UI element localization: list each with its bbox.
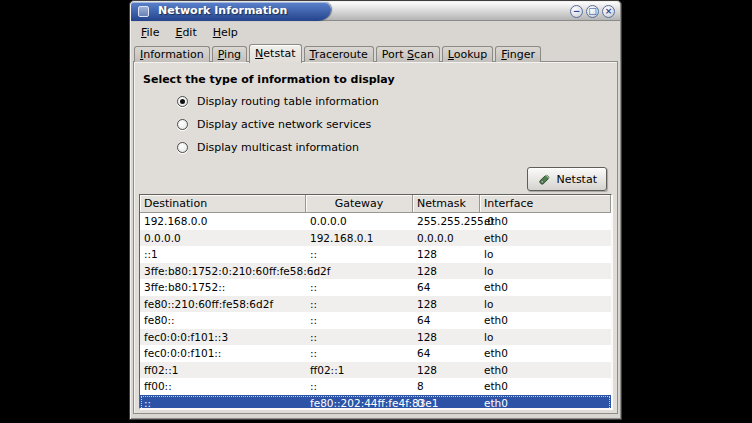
table-row[interactable]: 0.0.0.0192.168.0.10.0.0.0eth0 [140, 230, 611, 247]
radio-option-2[interactable]: Display multicast information [177, 141, 617, 154]
table-cell: 64 [413, 345, 480, 362]
table-cell: 3ffe:b80:1752:: [140, 279, 306, 296]
table-cell: 0.0.0.0 [306, 213, 413, 230]
radio-option-0[interactable]: Display routing table information [177, 95, 617, 108]
table-cell: fe80:: [140, 312, 306, 329]
table-cell: 64 [413, 312, 480, 329]
tab-label-part: nformation [143, 48, 203, 61]
tab-label-part: raceroute [315, 48, 368, 61]
table-row[interactable]: 3ffe:b80:1752:0:210:60ff:fe58:6d2f::128l… [140, 263, 611, 280]
radio-unselected-icon[interactable] [177, 119, 188, 130]
table-row[interactable]: 3ffe:b80:1752::::64eth0 [140, 279, 611, 296]
menu-file-post: ile [147, 26, 160, 39]
table-cell: fec0:0:0:f101:: [140, 345, 306, 362]
table-row[interactable]: ::1::128lo [140, 246, 611, 263]
tab-label-part: inger [507, 48, 535, 61]
menu-help[interactable]: Help [205, 23, 246, 42]
table-cell: :: [306, 246, 413, 263]
table-cell: lo [480, 296, 611, 313]
table-cell: ff00:: [140, 378, 306, 395]
table-cell: ff02::1 [306, 362, 413, 379]
table-cell: 255.255.255.0 [413, 213, 480, 230]
table-cell: 3ffe:b80:1752:0:210:60ff:fe58:6d2f [140, 263, 306, 280]
table-row[interactable]: ff00::::8eth0 [140, 378, 611, 395]
table-cell: :: [140, 395, 306, 410]
menu-help-accel: H [213, 26, 221, 39]
column-header-destination[interactable]: Destination [140, 195, 306, 213]
table-row[interactable]: 192.168.0.00.0.0.0255.255.255.0eth0 [140, 213, 611, 230]
close-button[interactable]: × [602, 5, 615, 18]
table-cell: eth0 [480, 213, 611, 230]
table-cell: 128 [413, 296, 480, 313]
tab-information[interactable]: Information [134, 46, 210, 62]
menubar: File Edit Help [133, 22, 246, 42]
table-cell: eth0 [480, 312, 611, 329]
table-row[interactable]: ff02::1ff02::1128eth0 [140, 362, 611, 379]
tab-port-scan[interactable]: Port Scan [376, 46, 440, 62]
table-row[interactable]: fec0:0:0:f101::3::128lo [140, 329, 611, 346]
table-row[interactable]: fe80::210:60ff:fe58:6d2f::128lo [140, 296, 611, 313]
info-type-group-label: Select the type of information to displa… [143, 73, 617, 86]
radio-unselected-icon[interactable] [177, 142, 188, 153]
table-cell: eth0 [480, 378, 611, 395]
column-header-netmask[interactable]: Netmask [413, 195, 480, 213]
table-cell: :: [306, 312, 413, 329]
menu-edit-post: dit [182, 26, 196, 39]
minimize-button[interactable]: − [570, 5, 583, 18]
table-cell: eth0 [480, 230, 611, 247]
table-cell: 128 [413, 329, 480, 346]
tab-label-part: ookup [454, 48, 487, 61]
netstat-button[interactable]: Netstat [527, 167, 607, 191]
tab-traceroute[interactable]: Traceroute [304, 46, 374, 62]
routing-table: Destination Gateway Netmask Interface 19… [139, 194, 612, 409]
table-cell: eth0 [480, 395, 611, 410]
menu-help-post: elp [221, 26, 238, 39]
tab-ping[interactable]: Ping [212, 46, 247, 62]
column-header-gateway[interactable]: Gateway [306, 195, 413, 213]
table-row[interactable]: ::fe80::202:44ff:fe4f:83e10eth0 [140, 395, 611, 410]
radio-option-1[interactable]: Display active network services [177, 118, 617, 131]
radio-selected-icon[interactable] [177, 96, 188, 107]
info-type-options: Display routing table informationDisplay… [177, 95, 617, 154]
table-row[interactable]: fe80::::64eth0 [140, 312, 611, 329]
tab-label-part: ing [224, 48, 241, 61]
table-cell: 128 [413, 263, 480, 280]
maximize-button[interactable]: □ [586, 5, 599, 18]
table-cell: ::1 [140, 246, 306, 263]
netstat-plug-icon [537, 172, 553, 187]
table-cell: eth0 [480, 362, 611, 379]
desktop-background: Network Information − □ × File Edit Help… [0, 0, 752, 423]
window-app-icon [138, 6, 149, 17]
menu-file[interactable]: File [133, 23, 167, 42]
notebook-tabstrip: InformationPingNetstatTraceroutePort Sca… [134, 43, 543, 62]
routing-table-body: 192.168.0.00.0.0.0255.255.255.0eth00.0.0… [140, 213, 611, 409]
tab-label-part: Port [382, 48, 407, 61]
radio-option-label: Display multicast information [197, 141, 359, 154]
tab-label-part: etstat [263, 47, 295, 60]
tab-finger[interactable]: Finger [495, 46, 541, 62]
table-cell: :: [306, 345, 413, 362]
table-cell: :: [306, 329, 413, 346]
table-cell: 64 [413, 279, 480, 296]
network-information-window: Network Information − □ × File Edit Help… [129, 0, 622, 420]
radio-option-label: Display routing table information [197, 95, 379, 108]
netstat-tab-panel: Select the type of information to displa… [133, 61, 618, 414]
tab-label-part: can [414, 48, 434, 61]
table-cell: :: [306, 378, 413, 395]
column-header-interface[interactable]: Interface [480, 195, 611, 213]
table-cell: 0.0.0.0 [140, 230, 306, 247]
netstat-button-label: Netstat [557, 173, 597, 186]
table-cell: 0.0.0.0 [413, 230, 480, 247]
tab-netstat[interactable]: Netstat [249, 44, 301, 63]
table-cell: fe80::202:44ff:fe4f:83e1 [306, 395, 413, 410]
table-cell: :: [306, 296, 413, 313]
table-cell: 0 [413, 395, 480, 410]
titlebar[interactable]: Network Information − □ × [131, 2, 620, 21]
table-row[interactable]: fec0:0:0:f101::::64eth0 [140, 345, 611, 362]
menu-edit[interactable]: Edit [167, 23, 204, 42]
table-cell: :: [306, 279, 413, 296]
tab-lookup[interactable]: Lookup [442, 46, 493, 62]
window-controls: − □ × [570, 5, 615, 18]
table-cell: fe80::210:60ff:fe58:6d2f [140, 296, 306, 313]
button-row: Netstat [134, 167, 607, 191]
